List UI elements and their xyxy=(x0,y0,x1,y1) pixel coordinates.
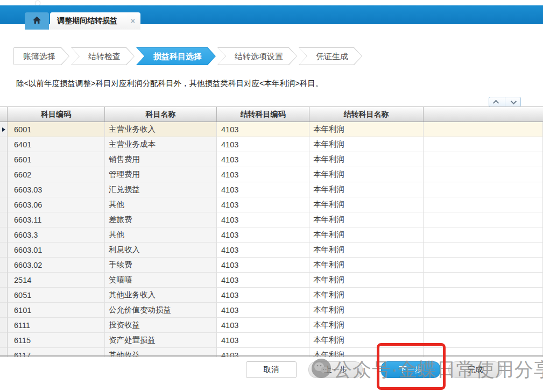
row-indicator-cell[interactable] xyxy=(0,288,8,303)
pager-up-button[interactable] xyxy=(489,97,505,106)
cell-target-account-code[interactable]: 4103 xyxy=(217,212,309,227)
cell-target-account-code[interactable]: 4103 xyxy=(217,137,309,152)
home-tab[interactable] xyxy=(25,12,49,30)
cell-account-code[interactable]: 6603.3 xyxy=(8,227,105,243)
row-indicator-cell[interactable] xyxy=(0,212,8,227)
row-indicator-cell[interactable] xyxy=(0,243,8,258)
cell-account-name[interactable]: 差旅费 xyxy=(105,212,217,227)
table-row[interactable]: 6115 资产处置损益 4103 本年利润 xyxy=(0,333,543,348)
cell-target-account-name[interactable]: 本年利润 xyxy=(309,258,424,273)
cell-account-code[interactable]: 6051 xyxy=(8,288,105,303)
row-indicator-cell[interactable] xyxy=(0,182,8,197)
cell-target-account-name[interactable]: 本年利润 xyxy=(309,197,424,212)
cell-account-name[interactable]: 其他 xyxy=(105,197,217,212)
cell-target-account-name[interactable]: 本年利润 xyxy=(309,227,424,243)
cell-account-code[interactable]: 6603.03 xyxy=(8,182,105,197)
cell-target-account-code[interactable]: 4103 xyxy=(217,227,309,243)
row-indicator-cell[interactable] xyxy=(0,303,8,318)
table-row[interactable]: 6401 主营业务成本 4103 本年利润 xyxy=(0,137,543,152)
wizard-step-2[interactable]: 结转检查 xyxy=(71,47,135,65)
cell-target-account-code[interactable]: 4103 xyxy=(217,167,309,182)
cell-target-account-code[interactable]: 4103 xyxy=(217,273,309,288)
wizard-step-4[interactable]: 结转选项设置 xyxy=(217,47,297,65)
table-row[interactable]: 6602 管理费用 4103 本年利润 xyxy=(0,167,543,182)
cell-account-name[interactable]: 管理费用 xyxy=(105,167,217,182)
cell-account-code[interactable]: 6111 xyxy=(8,318,105,333)
cell-target-account-name[interactable]: 本年利润 xyxy=(309,333,424,348)
cell-account-code[interactable]: 6115 xyxy=(8,333,105,348)
cell-target-account-code[interactable]: 4103 xyxy=(217,288,309,303)
cell-account-name[interactable]: 主营业务成本 xyxy=(105,137,217,152)
cell-target-account-name[interactable]: 本年利润 xyxy=(309,152,424,167)
cell-account-code[interactable]: 6602 xyxy=(8,167,105,182)
cell-target-account-name[interactable]: 本年利润 xyxy=(309,182,424,197)
table-row[interactable]: 6603.06 其他 4103 本年利润 xyxy=(0,197,543,212)
cell-account-name[interactable]: 手续费 xyxy=(105,258,217,273)
cell-account-name[interactable]: 公允价值变动损益 xyxy=(105,303,217,318)
table-row[interactable]: 6101 公允价值变动损益 4103 本年利润 xyxy=(0,303,543,318)
table-row[interactable]: 2514 笑嘻嘻 4103 本年利润 xyxy=(0,273,543,288)
cell-account-code[interactable]: 6001 xyxy=(8,122,105,137)
wizard-step-1[interactable]: 账簿选择 xyxy=(13,47,69,65)
cell-account-name[interactable]: 投资收益 xyxy=(105,318,217,333)
cell-target-account-code[interactable]: 4103 xyxy=(217,318,309,333)
cell-target-account-code[interactable]: 4103 xyxy=(217,152,309,167)
table-row[interactable]: 6111 投资收益 4103 本年利润 xyxy=(0,318,543,333)
column-header-2[interactable]: 科目名称 xyxy=(105,107,217,122)
row-indicator-cell[interactable] xyxy=(0,122,8,137)
row-indicator-cell[interactable] xyxy=(0,152,8,167)
cell-account-code[interactable]: 6601 xyxy=(8,152,105,167)
row-indicator-cell[interactable] xyxy=(0,258,8,273)
tab-close-profit-transfer[interactable]: 调整期间结转损益 × xyxy=(50,12,140,30)
cell-target-account-name[interactable]: 本年利润 xyxy=(309,318,424,333)
table-row[interactable]: 6603.03 汇兑损益 4103 本年利润 xyxy=(0,182,543,197)
cell-account-name[interactable]: 主营业务收入 xyxy=(105,122,217,137)
cell-account-name[interactable]: 笑嘻嘻 xyxy=(105,273,217,288)
cell-account-name[interactable]: 汇兑损益 xyxy=(105,182,217,197)
previous-step-button[interactable]: 上一步 xyxy=(308,361,363,378)
cell-target-account-code[interactable]: 4103 xyxy=(217,197,309,212)
row-indicator-cell[interactable] xyxy=(0,273,8,288)
cell-target-account-name[interactable]: 本年利润 xyxy=(309,212,424,227)
cell-target-account-name[interactable]: 本年利润 xyxy=(309,137,424,152)
cell-account-code[interactable]: 6603.02 xyxy=(8,258,105,273)
column-header-3[interactable]: 结转科目编码 xyxy=(217,107,309,122)
cell-target-account-name[interactable]: 本年利润 xyxy=(309,243,424,258)
cell-target-account-name[interactable]: 本年利润 xyxy=(309,122,424,137)
cell-account-code[interactable]: 6101 xyxy=(8,303,105,318)
cell-target-account-code[interactable]: 4103 xyxy=(217,303,309,318)
table-row[interactable]: 6603.02 手续费 4103 本年利润 xyxy=(0,258,543,273)
cell-target-account-code[interactable]: 4103 xyxy=(217,122,309,137)
wizard-step-5[interactable]: 凭证生成 xyxy=(299,47,362,65)
cell-account-code[interactable]: 6603.01 xyxy=(8,243,105,258)
cell-target-account-name[interactable]: 本年利润 xyxy=(309,167,424,182)
pager-down-button[interactable] xyxy=(505,97,521,106)
finish-button[interactable]: 完成 xyxy=(448,361,502,378)
table-row[interactable]: 6603.11 差旅费 4103 本年利润 xyxy=(0,212,543,227)
cell-target-account-code[interactable]: 4103 xyxy=(217,333,309,348)
close-icon[interactable]: × xyxy=(131,17,135,25)
table-row[interactable]: 6051 其他业务收入 4103 本年利润 xyxy=(0,288,543,303)
cell-target-account-code[interactable]: 4103 xyxy=(217,243,309,258)
cell-account-name[interactable]: 资产处置损益 xyxy=(105,333,217,348)
row-indicator-cell[interactable] xyxy=(0,167,8,182)
row-indicator-cell[interactable] xyxy=(0,197,8,212)
cell-account-name[interactable]: 销售费用 xyxy=(105,152,217,167)
cell-target-account-code[interactable]: 4103 xyxy=(217,182,309,197)
cell-target-account-name[interactable]: 本年利润 xyxy=(309,273,424,288)
row-indicator-cell[interactable] xyxy=(0,137,8,152)
row-indicator-cell[interactable] xyxy=(0,227,8,243)
table-row[interactable]: 6601 销售费用 4103 本年利润 xyxy=(0,152,543,167)
next-step-button[interactable]: 下一步 xyxy=(381,361,440,378)
cell-target-account-name[interactable]: 本年利润 xyxy=(309,303,424,318)
cell-account-name[interactable]: 利息收入 xyxy=(105,243,217,258)
cell-target-account-code[interactable]: 4103 xyxy=(217,258,309,273)
cell-account-name[interactable]: 其他业务收入 xyxy=(105,288,217,303)
row-indicator-cell[interactable] xyxy=(0,318,8,333)
column-header-1[interactable]: 科目编码 xyxy=(8,107,105,122)
cell-account-code[interactable]: 6603.06 xyxy=(8,197,105,212)
table-row[interactable]: 6603.01 利息收入 4103 本年利润 xyxy=(0,243,543,258)
cell-account-code[interactable]: 6401 xyxy=(8,137,105,152)
row-indicator-cell[interactable] xyxy=(0,333,8,348)
wizard-step-3[interactable]: 损益科目选择 xyxy=(136,47,216,65)
